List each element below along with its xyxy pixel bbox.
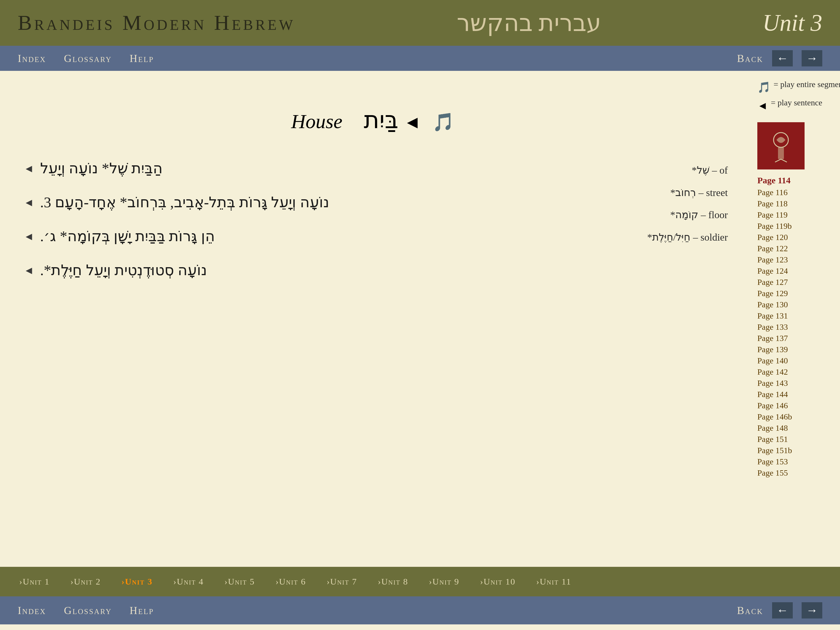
- nav-right: Back ← →: [737, 50, 822, 66]
- page-link[interactable]: Page 151b: [757, 446, 792, 455]
- hebrew-sentences: הַבַּיִת שֶׁל* נוֹעָה וְיָעֵל ◄ נוֹעָה ו…: [24, 157, 580, 293]
- nav-glossary[interactable]: Glossary: [64, 52, 112, 65]
- page-current[interactable]: Page 114: [757, 175, 791, 185]
- page-link[interactable]: Page 142: [757, 367, 792, 377]
- sentence-row-3: הֵן גָּרוֹת בַּבַּיִת יָשָׁן בְּקוֹמָה* …: [24, 225, 568, 247]
- nav-index[interactable]: Index: [18, 52, 46, 65]
- legend-play-sentence-text: = play sentence: [771, 98, 822, 107]
- bottom-nav-index[interactable]: Index: [18, 604, 46, 617]
- house-hebrew: בַּיִת: [364, 107, 398, 133]
- unit-tab[interactable]: ›Unit 1: [9, 567, 60, 596]
- sidebar: 🎵 = play entire segment ◄ = play sentenc…: [752, 71, 840, 567]
- unit-tab[interactable]: ›Unit 9: [419, 567, 470, 596]
- legend-play-sentence: ◄ = play sentence: [757, 98, 822, 114]
- sentence-row-2: נוֹעָה וְיָעֵל גָּרוֹת בְּתֵל-אָבִיב, בִ…: [24, 191, 568, 213]
- bottom-nav-right: Back ← →: [737, 602, 822, 619]
- back-arrow-button[interactable]: ←: [772, 50, 793, 66]
- play-triangle-icon: ◄: [757, 99, 768, 112]
- sentence-2-text: נוֹעָה וְיָעֵל גָּרוֹת בְּתֵל-אָבִיב, בִ…: [40, 191, 329, 213]
- page-link[interactable]: Page 153: [757, 457, 792, 466]
- page-link[interactable]: Page 124: [757, 266, 792, 276]
- vocab-item-2: *רְחוֹב – street: [580, 186, 728, 200]
- play-box-icon: [763, 128, 799, 164]
- speaker-icon: 🎵: [757, 81, 771, 93]
- nav-help[interactable]: Help: [129, 52, 154, 65]
- page-link[interactable]: Page 130: [757, 300, 792, 309]
- page-link[interactable]: Page 120: [757, 233, 792, 242]
- vocab-item-3: *קוֹמָה – floor: [580, 208, 728, 222]
- page-link[interactable]: Page 119: [757, 210, 792, 219]
- page-links-container: Page 116Page 118Page 119Page 119bPage 12…: [757, 188, 792, 480]
- forward-arrow-button[interactable]: →: [802, 50, 822, 66]
- play-segment-icon[interactable]: 🎵: [432, 112, 455, 132]
- bottom-nav-left: Index Glossary Help: [18, 604, 154, 617]
- play-sentence-icon[interactable]: ◄: [404, 112, 421, 132]
- page-link[interactable]: Page 148: [757, 423, 792, 433]
- page-link[interactable]: Page 146: [757, 401, 792, 411]
- app-title: Brandeis Modern Hebrew: [18, 11, 295, 35]
- vocab-item-4: *חַיִּל/חַיֶּלֶת – soldier: [580, 230, 728, 245]
- header: Brandeis Modern Hebrew עברית בהקשר Unit …: [0, 0, 840, 46]
- content-grid: הַבַּיִת שֶׁל* נוֹעָה וְיָעֵל ◄ נוֹעָה ו…: [24, 157, 728, 293]
- play-icon-box[interactable]: [757, 122, 805, 169]
- unit-tab[interactable]: ›Unit 11: [526, 567, 582, 596]
- page-link[interactable]: Page 146b: [757, 412, 792, 422]
- bottom-nav-glossary[interactable]: Glossary: [64, 604, 112, 617]
- unit-label: Unit 3: [763, 9, 822, 36]
- bottom-back-arrow[interactable]: ←: [772, 602, 793, 619]
- page-link[interactable]: Page 123: [757, 255, 792, 265]
- svg-rect-1: [778, 147, 784, 159]
- unit-tab[interactable]: ›Unit 3: [111, 567, 163, 596]
- unit-tab[interactable]: ›Unit 8: [367, 567, 418, 596]
- play-sentence-1[interactable]: ◄: [24, 161, 34, 177]
- house-heading: 🎵 ◄ בַּיִת House: [24, 106, 728, 134]
- unit-tab[interactable]: ›Unit 4: [163, 567, 214, 596]
- unit-tab[interactable]: ›Unit 10: [470, 567, 526, 596]
- page-link[interactable]: Page 131: [757, 311, 792, 321]
- page-link[interactable]: Page 129: [757, 289, 792, 298]
- page-link[interactable]: Page 116: [757, 188, 792, 197]
- unit-tab[interactable]: ›Unit 7: [316, 567, 367, 596]
- nav-left: Index Glossary Help: [18, 52, 154, 65]
- page-link[interactable]: Page 143: [757, 379, 792, 388]
- vocab-item-1: *שֶׁל – of: [580, 163, 728, 177]
- svg-line-2: [775, 159, 781, 162]
- top-navbar: Index Glossary Help Back ← →: [0, 46, 840, 71]
- bottom-nav-help[interactable]: Help: [129, 604, 154, 617]
- main-content: 🎵 ◄ בַּיִת House הַבַּיִת שֶׁל* נוֹעָה ו…: [0, 71, 840, 567]
- page-link[interactable]: Page 139: [757, 345, 792, 354]
- page-link[interactable]: Page 137: [757, 333, 792, 343]
- page-link[interactable]: Page 122: [757, 244, 792, 253]
- page-link[interactable]: Page 151: [757, 434, 792, 444]
- sentence-3-text: הֵן גָּרוֹת בַּבַּיִת יָשָׁן בְּקוֹמָה* …: [40, 225, 215, 247]
- sentence-row-4: נוֹעָה סְטוּדֶנְטִית וְיָעֵל חַיֶּלֶת*. …: [24, 259, 568, 281]
- nav-back[interactable]: Back: [737, 52, 763, 65]
- play-sentence-4[interactable]: ◄: [24, 262, 34, 278]
- unit-bar: ›Unit 1›Unit 2›Unit 3›Unit 4›Unit 5›Unit…: [0, 567, 840, 596]
- sentence-1-text: הַבַּיִת שֶׁל* נוֹעָה וְיָעֵל: [40, 157, 163, 180]
- page-link[interactable]: Page 118: [757, 199, 792, 208]
- bottom-forward-arrow[interactable]: →: [802, 602, 822, 619]
- page-link[interactable]: Page 119b: [757, 221, 792, 231]
- bottom-navbar: Index Glossary Help Back ← →: [0, 596, 840, 624]
- unit-tab[interactable]: ›Unit 6: [265, 567, 316, 596]
- hebrew-title: עברית בהקשר: [457, 9, 601, 36]
- bottom-nav-back[interactable]: Back: [737, 604, 763, 617]
- vocab-notes: *שֶׁל – of *רְחוֹב – street *קוֹמָה – fl…: [580, 157, 728, 293]
- page-link[interactable]: Page 127: [757, 278, 792, 287]
- unit-tab[interactable]: ›Unit 5: [214, 567, 265, 596]
- house-english: House: [291, 110, 343, 133]
- page-link[interactable]: Page 140: [757, 356, 792, 365]
- legend-play-segment-text: = play entire segment: [774, 80, 840, 89]
- page-link[interactable]: Page 144: [757, 390, 792, 399]
- page-link[interactable]: Page 133: [757, 322, 792, 332]
- legend-play-segment: 🎵 = play entire segment: [757, 80, 840, 95]
- unit-tab[interactable]: ›Unit 2: [60, 567, 111, 596]
- page-link[interactable]: Page 155: [757, 468, 792, 478]
- svg-line-3: [781, 159, 787, 162]
- play-sentence-3[interactable]: ◄: [24, 229, 34, 245]
- sentence-4-text: נוֹעָה סְטוּדֶנְטִית וְיָעֵל חַיֶּלֶת*.: [40, 259, 207, 281]
- play-sentence-2[interactable]: ◄: [24, 194, 34, 210]
- sentence-row-1: הַבַּיִת שֶׁל* נוֹעָה וְיָעֵל ◄: [24, 157, 568, 180]
- content-area: 🎵 ◄ בַּיִת House הַבַּיִת שֶׁל* נוֹעָה ו…: [0, 71, 752, 567]
